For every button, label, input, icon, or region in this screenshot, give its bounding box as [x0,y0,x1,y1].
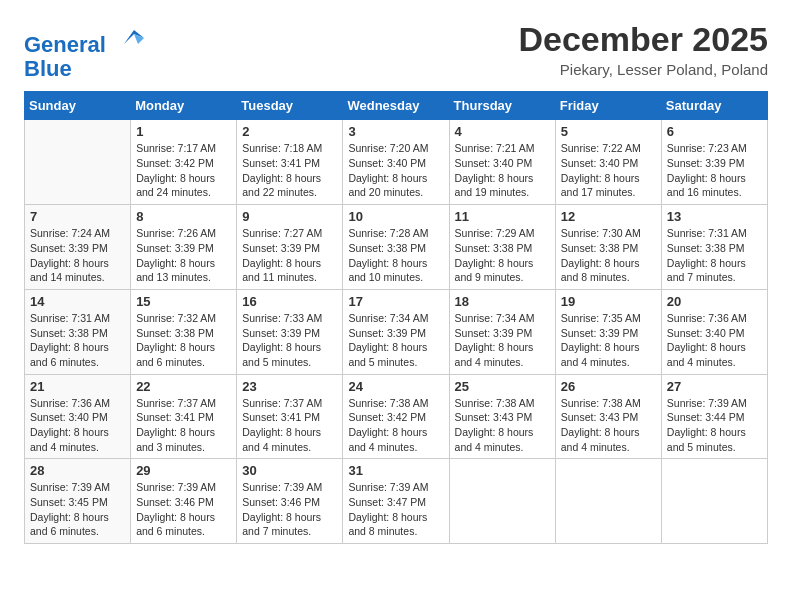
calendar-cell: 20Sunrise: 7:36 AM Sunset: 3:40 PM Dayli… [661,289,767,374]
header-day: Wednesday [343,92,449,120]
calendar-body: 1Sunrise: 7:17 AM Sunset: 3:42 PM Daylig… [25,120,768,544]
day-number: 1 [136,124,231,139]
cell-details: Sunrise: 7:38 AM Sunset: 3:42 PM Dayligh… [348,396,443,455]
day-number: 19 [561,294,656,309]
cell-details: Sunrise: 7:35 AM Sunset: 3:39 PM Dayligh… [561,311,656,370]
calendar-week-row: 14Sunrise: 7:31 AM Sunset: 3:38 PM Dayli… [25,289,768,374]
header-day: Saturday [661,92,767,120]
day-number: 31 [348,463,443,478]
logo-text: General [24,24,144,57]
day-number: 16 [242,294,337,309]
calendar-cell: 21Sunrise: 7:36 AM Sunset: 3:40 PM Dayli… [25,374,131,459]
day-number: 11 [455,209,550,224]
calendar-week-row: 21Sunrise: 7:36 AM Sunset: 3:40 PM Dayli… [25,374,768,459]
header: General Blue December 2025 Piekary, Less… [24,20,768,81]
calendar-cell: 11Sunrise: 7:29 AM Sunset: 3:38 PM Dayli… [449,205,555,290]
day-number: 17 [348,294,443,309]
calendar-cell: 4Sunrise: 7:21 AM Sunset: 3:40 PM Daylig… [449,120,555,205]
cell-details: Sunrise: 7:18 AM Sunset: 3:41 PM Dayligh… [242,141,337,200]
cell-details: Sunrise: 7:36 AM Sunset: 3:40 PM Dayligh… [30,396,125,455]
calendar-cell [449,459,555,544]
calendar-cell: 31Sunrise: 7:39 AM Sunset: 3:47 PM Dayli… [343,459,449,544]
cell-details: Sunrise: 7:39 AM Sunset: 3:47 PM Dayligh… [348,480,443,539]
cell-details: Sunrise: 7:24 AM Sunset: 3:39 PM Dayligh… [30,226,125,285]
day-number: 6 [667,124,762,139]
cell-details: Sunrise: 7:27 AM Sunset: 3:39 PM Dayligh… [242,226,337,285]
calendar-cell: 30Sunrise: 7:39 AM Sunset: 3:46 PM Dayli… [237,459,343,544]
day-number: 2 [242,124,337,139]
calendar-cell: 14Sunrise: 7:31 AM Sunset: 3:38 PM Dayli… [25,289,131,374]
day-number: 8 [136,209,231,224]
calendar-cell: 17Sunrise: 7:34 AM Sunset: 3:39 PM Dayli… [343,289,449,374]
day-number: 12 [561,209,656,224]
cell-details: Sunrise: 7:39 AM Sunset: 3:45 PM Dayligh… [30,480,125,539]
day-number: 24 [348,379,443,394]
cell-details: Sunrise: 7:17 AM Sunset: 3:42 PM Dayligh… [136,141,231,200]
day-number: 18 [455,294,550,309]
calendar-cell: 2Sunrise: 7:18 AM Sunset: 3:41 PM Daylig… [237,120,343,205]
day-number: 4 [455,124,550,139]
day-number: 3 [348,124,443,139]
day-number: 23 [242,379,337,394]
logo-line2: Blue [24,57,144,81]
calendar-cell: 8Sunrise: 7:26 AM Sunset: 3:39 PM Daylig… [131,205,237,290]
header-row: SundayMondayTuesdayWednesdayThursdayFrid… [25,92,768,120]
calendar-cell: 15Sunrise: 7:32 AM Sunset: 3:38 PM Dayli… [131,289,237,374]
calendar-cell: 6Sunrise: 7:23 AM Sunset: 3:39 PM Daylig… [661,120,767,205]
calendar-cell: 3Sunrise: 7:20 AM Sunset: 3:40 PM Daylig… [343,120,449,205]
day-number: 13 [667,209,762,224]
calendar-title: December 2025 [518,20,768,59]
calendar-cell: 10Sunrise: 7:28 AM Sunset: 3:38 PM Dayli… [343,205,449,290]
day-number: 21 [30,379,125,394]
calendar-header: SundayMondayTuesdayWednesdayThursdayFrid… [25,92,768,120]
day-number: 10 [348,209,443,224]
calendar-cell: 7Sunrise: 7:24 AM Sunset: 3:39 PM Daylig… [25,205,131,290]
day-number: 7 [30,209,125,224]
cell-details: Sunrise: 7:26 AM Sunset: 3:39 PM Dayligh… [136,226,231,285]
logo-bird-icon [116,24,144,52]
cell-details: Sunrise: 7:32 AM Sunset: 3:38 PM Dayligh… [136,311,231,370]
calendar-cell: 19Sunrise: 7:35 AM Sunset: 3:39 PM Dayli… [555,289,661,374]
header-day: Sunday [25,92,131,120]
cell-details: Sunrise: 7:34 AM Sunset: 3:39 PM Dayligh… [455,311,550,370]
day-number: 26 [561,379,656,394]
calendar-cell: 13Sunrise: 7:31 AM Sunset: 3:38 PM Dayli… [661,205,767,290]
day-number: 5 [561,124,656,139]
calendar-cell [555,459,661,544]
cell-details: Sunrise: 7:37 AM Sunset: 3:41 PM Dayligh… [136,396,231,455]
cell-details: Sunrise: 7:39 AM Sunset: 3:44 PM Dayligh… [667,396,762,455]
calendar-cell: 27Sunrise: 7:39 AM Sunset: 3:44 PM Dayli… [661,374,767,459]
calendar-cell: 18Sunrise: 7:34 AM Sunset: 3:39 PM Dayli… [449,289,555,374]
title-area: December 2025 Piekary, Lesser Poland, Po… [518,20,768,78]
logo-line1: General [24,32,106,57]
header-day: Thursday [449,92,555,120]
calendar-cell: 22Sunrise: 7:37 AM Sunset: 3:41 PM Dayli… [131,374,237,459]
cell-details: Sunrise: 7:38 AM Sunset: 3:43 PM Dayligh… [561,396,656,455]
calendar-cell: 28Sunrise: 7:39 AM Sunset: 3:45 PM Dayli… [25,459,131,544]
cell-details: Sunrise: 7:36 AM Sunset: 3:40 PM Dayligh… [667,311,762,370]
cell-details: Sunrise: 7:20 AM Sunset: 3:40 PM Dayligh… [348,141,443,200]
calendar-week-row: 1Sunrise: 7:17 AM Sunset: 3:42 PM Daylig… [25,120,768,205]
calendar-table: SundayMondayTuesdayWednesdayThursdayFrid… [24,91,768,544]
cell-details: Sunrise: 7:31 AM Sunset: 3:38 PM Dayligh… [667,226,762,285]
calendar-cell: 25Sunrise: 7:38 AM Sunset: 3:43 PM Dayli… [449,374,555,459]
cell-details: Sunrise: 7:21 AM Sunset: 3:40 PM Dayligh… [455,141,550,200]
day-number: 29 [136,463,231,478]
cell-details: Sunrise: 7:33 AM Sunset: 3:39 PM Dayligh… [242,311,337,370]
calendar-cell: 12Sunrise: 7:30 AM Sunset: 3:38 PM Dayli… [555,205,661,290]
day-number: 14 [30,294,125,309]
calendar-cell: 16Sunrise: 7:33 AM Sunset: 3:39 PM Dayli… [237,289,343,374]
calendar-cell: 29Sunrise: 7:39 AM Sunset: 3:46 PM Dayli… [131,459,237,544]
cell-details: Sunrise: 7:39 AM Sunset: 3:46 PM Dayligh… [136,480,231,539]
logo: General Blue [24,24,144,81]
day-number: 25 [455,379,550,394]
header-day: Tuesday [237,92,343,120]
day-number: 22 [136,379,231,394]
cell-details: Sunrise: 7:37 AM Sunset: 3:41 PM Dayligh… [242,396,337,455]
calendar-cell: 1Sunrise: 7:17 AM Sunset: 3:42 PM Daylig… [131,120,237,205]
calendar-cell: 26Sunrise: 7:38 AM Sunset: 3:43 PM Dayli… [555,374,661,459]
calendar-week-row: 28Sunrise: 7:39 AM Sunset: 3:45 PM Dayli… [25,459,768,544]
day-number: 30 [242,463,337,478]
day-number: 27 [667,379,762,394]
cell-details: Sunrise: 7:23 AM Sunset: 3:39 PM Dayligh… [667,141,762,200]
